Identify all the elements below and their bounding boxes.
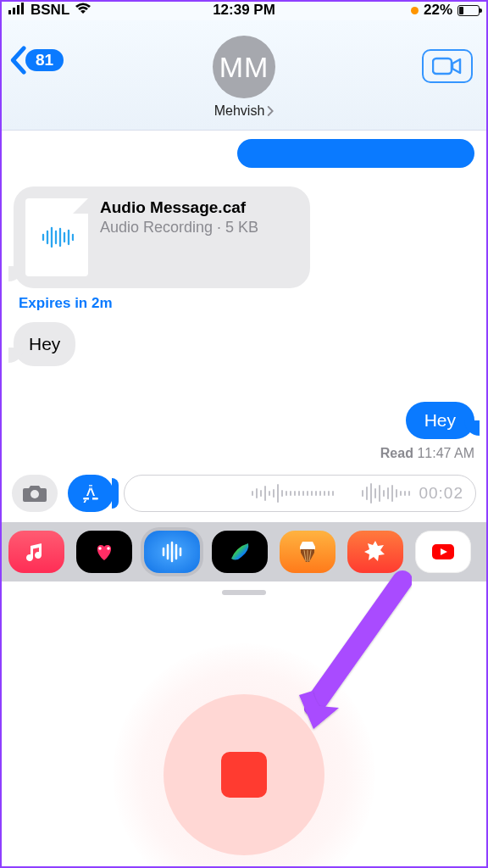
drawer-grabber[interactable] bbox=[222, 590, 266, 595]
recording-indicator-icon bbox=[411, 7, 419, 14]
back-button[interactable]: 81 bbox=[8, 46, 64, 75]
contact-name-button[interactable]: Mehvish bbox=[214, 103, 274, 119]
clips-icon[interactable] bbox=[347, 531, 403, 573]
live-waveform-icon bbox=[136, 476, 410, 511]
signal-icon bbox=[8, 2, 25, 19]
svg-rect-3 bbox=[21, 3, 24, 14]
audio-wave-icon[interactable] bbox=[144, 531, 200, 573]
outgoing-bubble-partial[interactable] bbox=[237, 139, 474, 168]
youtube-icon[interactable] bbox=[415, 531, 471, 573]
svg-rect-0 bbox=[8, 10, 11, 14]
compose-bar: 00:02 bbox=[0, 461, 488, 522]
incoming-bubble[interactable]: Hey bbox=[14, 322, 75, 366]
conversation-header: 81 MM Mehvish bbox=[0, 20, 488, 131]
contact-name-label: Mehvish bbox=[214, 103, 265, 119]
clock: 12:39 PM bbox=[213, 2, 275, 19]
chevron-right-icon bbox=[265, 106, 274, 116]
file-thumb-icon bbox=[25, 198, 88, 276]
chevron-left-icon bbox=[8, 46, 27, 75]
music-app-icon[interactable] bbox=[8, 531, 64, 573]
garageband-icon[interactable] bbox=[280, 531, 336, 573]
digital-touch-icon[interactable] bbox=[76, 531, 132, 573]
svg-rect-1 bbox=[13, 8, 15, 14]
app-store-icon bbox=[80, 482, 102, 504]
record-button[interactable] bbox=[113, 643, 375, 868]
stop-icon bbox=[221, 752, 267, 798]
svg-rect-4 bbox=[433, 58, 452, 74]
battery-icon bbox=[458, 5, 480, 16]
status-bar: BSNL 12:39 PM 22% bbox=[0, 0, 488, 20]
battery-percent: 22% bbox=[424, 2, 452, 19]
read-receipt: Read 11:47 AM bbox=[14, 446, 474, 461]
message-list[interactable]: Audio Message.caf Audio Recording · 5 KB… bbox=[0, 131, 488, 461]
svg-rect-2 bbox=[17, 5, 19, 14]
camera-button[interactable] bbox=[12, 475, 58, 512]
app-store-button[interactable] bbox=[68, 475, 114, 512]
recording-timer: 00:02 bbox=[419, 484, 463, 503]
attachment-title: Audio Message.caf bbox=[100, 198, 258, 217]
outgoing-bubble[interactable]: Hey bbox=[406, 402, 474, 439]
carrier-label: BSNL bbox=[30, 2, 69, 19]
video-icon bbox=[432, 56, 463, 76]
wifi-icon bbox=[75, 2, 92, 19]
waveform-icon bbox=[40, 226, 74, 248]
audio-drawer bbox=[0, 581, 488, 868]
svg-point-13 bbox=[30, 490, 39, 498]
audio-recording-field[interactable]: 00:02 bbox=[124, 475, 476, 512]
imessage-app-strip[interactable] bbox=[0, 522, 488, 581]
camera-icon bbox=[22, 483, 47, 504]
brush-app-icon[interactable] bbox=[212, 531, 268, 573]
avatar[interactable]: MM bbox=[213, 36, 275, 98]
facetime-button[interactable] bbox=[422, 49, 473, 83]
audio-attachment-bubble[interactable]: Audio Message.caf Audio Recording · 5 KB bbox=[14, 186, 310, 288]
attachment-subtitle: Audio Recording · 5 KB bbox=[100, 219, 258, 236]
unread-count-badge: 81 bbox=[25, 49, 64, 71]
expires-label: Expires in 2m bbox=[19, 295, 474, 312]
